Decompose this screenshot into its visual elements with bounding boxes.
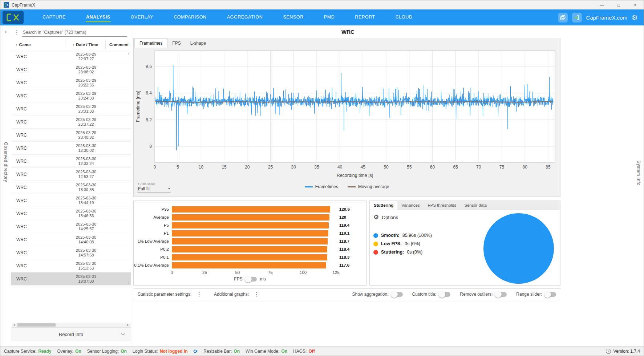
capture-game: WRC [11,133,66,138]
stat-bar [172,254,327,260]
capture-game: WRC [11,146,66,151]
stutter-tab-stuttering[interactable]: Stuttering [370,201,397,210]
scroll-down-icon[interactable]: ↓ [128,280,130,284]
capture-row[interactable]: WRC2025-03-3013:44:19 [11,194,131,207]
pie-legend-item-stuttering: Stuttering:0s (0%) [373,250,481,255]
capture-row[interactable]: WRC2025-03-3012:53:27 [11,168,131,181]
column-header-game[interactable]: ↑Game [11,39,65,50]
nav-tab-sensor[interactable]: SENSOR [273,9,313,25]
capture-row[interactable]: WRC2025-03-3015:13:53 [11,259,131,272]
capture-game: WRC [11,120,66,125]
capture-row[interactable]: WRC2025-03-2923:31:38 [11,102,131,116]
capture-datetime: 2025-03-3012:33:24 [66,157,106,166]
status-value: On [75,349,81,354]
stat-bar [172,262,326,268]
graph-tab-frametimes[interactable]: Frametimes [134,39,167,48]
capture-row[interactable]: WRC2025-03-3012:30:02 [11,142,131,155]
nav-tab-comparison[interactable]: COMPARISON [163,9,217,25]
axis-tick: 0 [171,270,173,275]
toggle-switch[interactable] [440,292,450,297]
system-info-label[interactable]: System Info [636,161,641,186]
graph-tab-fps[interactable]: FPS [167,39,185,48]
stutter-tab-sensor-data[interactable]: Sensor data [460,201,491,210]
toggle-switch[interactable] [392,292,403,297]
version-value: 1.7.4 [630,349,640,354]
nav-tab-report[interactable]: REPORT [345,9,385,25]
column-header-date-time[interactable]: ↑Date / Time [65,39,106,50]
observed-directory-label[interactable]: Observed directory [3,142,8,182]
toggle-remove-outliers[interactable]: Remove outliers: [460,292,507,297]
capture-row[interactable]: WRC2025-03-3119:07:30 [11,272,131,286]
status-items: Capture Service:ReadyOverlay:OnSensor Lo… [4,348,315,354]
status-overlay: Overlay:On [57,349,81,354]
capture-game: WRC [11,211,66,216]
list-menu-icon[interactable]: ⋮ [14,29,19,36]
expand-flyout-icon[interactable]: › [5,28,7,35]
capture-row[interactable]: WRC2025-03-2923:24:38 [11,89,131,102]
capture-row[interactable]: WRC2025-03-3012:33:24 [11,155,131,168]
login-icon[interactable] [572,13,582,23]
capframex-logo[interactable] [3,11,24,24]
nav-tab-capture[interactable]: CAPTURE [32,9,76,25]
toggle-custom-title[interactable]: Custom title: [412,292,451,297]
capture-row[interactable]: WRC2025-03-2923:40:32 [11,129,131,142]
stutter-tab-fps-thresholds[interactable]: FPS thresholds [424,201,461,210]
capture-row[interactable]: WRC2025-03-2923:37:22 [11,116,131,129]
refresh-icon: ⟳ [194,348,198,354]
scroll-up-icon[interactable]: ↑ [128,52,130,56]
capture-row[interactable]: WRC2025-03-2923:08:02 [11,63,131,76]
close-button[interactable]: × [627,0,644,9]
graph-tabs: FrametimesFPSL-shape [134,38,560,48]
nav-tab-pmd[interactable]: PMD [314,9,345,25]
svg-text:Recording time [s]: Recording time [s] [337,173,373,178]
stat-bar-value: 117.6 [336,263,349,267]
nav-tab-aggregation[interactable]: AGGREGATION [217,9,273,25]
window-title: CapFrameX [12,3,35,8]
graph-tab-l-shape[interactable]: L-shape [186,39,211,48]
scrollbar-thumb[interactable] [17,323,56,327]
stutter-tab-variances[interactable]: Variances [397,201,424,210]
search-input[interactable] [22,28,127,37]
version-label: Version: [613,349,629,354]
nav-tab-cloud[interactable]: CLOUD [385,9,423,25]
capture-row[interactable]: WRC2025-03-3014:25:57 [11,220,131,233]
y-axis-scale-select[interactable]: Full fit ▾ [137,186,171,193]
toggle-show-aggregation[interactable]: Show aggregation: [352,292,402,297]
nav-tab-overlay[interactable]: OVERLAY [121,9,163,25]
brand-link[interactable]: CapFrameX.com [586,15,627,21]
stat-bar-label: P0.1 [134,255,172,259]
stutter-options-button[interactable]: ⚙ Options [373,214,481,221]
column-header-comment[interactable]: Comment [106,39,131,50]
toggle-range-slider[interactable]: Range slider: [516,292,556,297]
capture-game: WRC [11,276,66,282]
svg-text:0: 0 [154,165,156,170]
capture-row[interactable]: WRC2025-03-3014:57:58 [11,246,131,259]
capture-row[interactable]: WRC2025-03-3013:39:38 [11,181,131,194]
scrollbar-track[interactable] [17,323,125,327]
stat-bar-track [172,214,336,221]
svg-text:8,2: 8,2 [146,117,152,122]
nav-tab-analysis[interactable]: ANALYSIS [76,9,121,25]
kebab-menu-icon[interactable]: ⋮ [254,291,259,298]
fps-ms-toggle[interactable] [246,277,257,282]
toggle-switch[interactable] [545,292,556,297]
record-info-header[interactable]: Record Info [11,327,131,341]
settings-gear-icon[interactable]: ⚙ [632,13,638,22]
stuttering-card: StutteringVariancesFPS thresholdsSensor … [369,201,560,286]
capture-datetime: 2025-03-2923:24:38 [66,91,106,100]
legend-line-swatch [348,186,356,187]
kebab-menu-icon[interactable]: ⋮ [197,291,202,298]
stat-bar-row: P95120.6 [134,205,366,213]
horizontal-scrollbar[interactable]: ◄ ► [12,323,130,327]
scroll-left-icon[interactable]: ◄ [12,323,17,327]
captures-overlay-icon[interactable] [558,13,568,23]
scroll-right-icon[interactable]: ► [125,323,130,327]
capture-row[interactable]: WRC2025-03-2922:07:27 [11,50,131,63]
capture-row[interactable]: WRC2025-03-3014:40:08 [11,233,131,246]
stat-bar-track [172,238,336,244]
toggle-switch[interactable] [496,292,507,297]
capture-row[interactable]: WRC2025-03-2923:22:55 [11,76,131,89]
capture-row[interactable]: WRC2025-03-3013:46:56 [11,207,131,220]
maximize-button[interactable]: □ [610,0,627,9]
minimize-button[interactable]: — [594,0,610,9]
